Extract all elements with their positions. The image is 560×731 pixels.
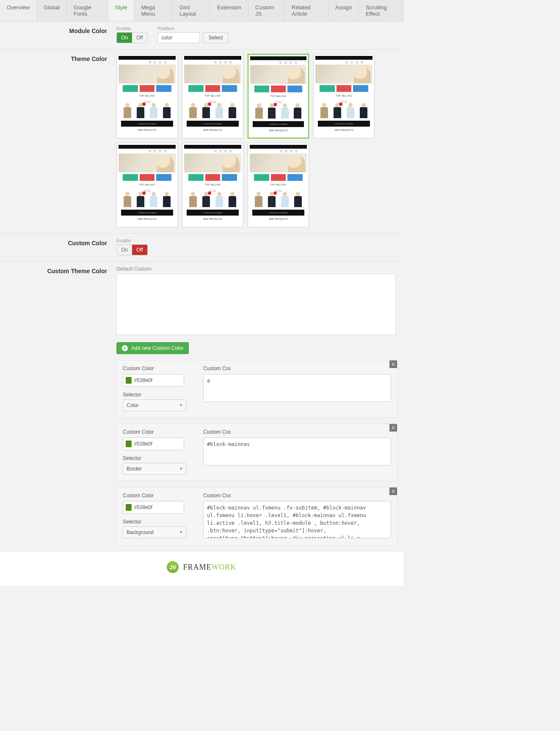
selector-dropdown[interactable]: Border (123, 463, 186, 475)
toggle-off[interactable]: Off (132, 245, 147, 255)
add-custom-color-button[interactable]: + Add new Custom Color (116, 342, 189, 354)
section-module-color: Module Color Enable On Off Position Sele… (0, 22, 403, 50)
custom-color-row: XCustom ColorSelectorColorCustom Cssa (116, 360, 397, 418)
color-input[interactable] (123, 501, 184, 514)
add-button-label: Add new Custom Color (131, 345, 183, 351)
toggle-on[interactable]: On (117, 245, 132, 255)
position-input[interactable] (157, 32, 200, 43)
color-value-input[interactable] (134, 504, 181, 510)
section-custom-theme-color: Custom Theme Color Default Custom + Add … (0, 262, 403, 552)
selector-dropdown[interactable]: Color (123, 399, 186, 411)
tab-related-article[interactable]: Related Article (285, 0, 328, 21)
position-label: Position (157, 26, 228, 31)
default-custom-label: Default Custom (116, 266, 397, 272)
brand-badge: JV FRAMEWORK (167, 561, 236, 573)
close-icon[interactable]: X (389, 487, 397, 495)
tab-scrolling-effect[interactable]: Scrolling Effect (359, 0, 403, 21)
custom-color-toggle[interactable]: On Off (116, 244, 148, 255)
enable-label: Enable (116, 238, 397, 243)
module-color-toggle[interactable]: On Off (116, 32, 148, 43)
selector-label: Selector (123, 392, 190, 398)
color-input[interactable] (123, 374, 184, 387)
custom-color-label: Custom Color (123, 429, 190, 435)
custom-css-textarea[interactable]: #block-mainnav ul.fxmenu .fx-subitem, #b… (203, 501, 391, 538)
brand-text: FRAMEWORK (183, 563, 236, 572)
custom-css-textarea[interactable]: a (203, 374, 391, 402)
theme-thumb[interactable]: TOP SELLINGLOOKBOOK WOMENNEW PRODUCTS (182, 54, 243, 138)
section-theme-color: Theme Color TOP SELLINGLOOKBOOK WOMENNEW… (0, 50, 403, 234)
selector-label: Selector (123, 519, 190, 525)
theme-thumb[interactable]: TOP SELLINGLOOKBOOK WOMENNEW PRODUCTS (248, 54, 309, 138)
section-label: Custom Color (0, 234, 116, 261)
custom-color-row: XCustom ColorSelectorBorderCustom Css#bl… (116, 424, 397, 481)
color-value-input[interactable] (134, 441, 181, 447)
tab-overview[interactable]: Overview (0, 0, 37, 21)
tab-global[interactable]: Global (37, 0, 67, 21)
default-custom-textarea[interactable] (116, 274, 396, 335)
position-select-button[interactable]: Select (203, 32, 228, 43)
color-swatch-icon (126, 440, 132, 447)
section-label: Module Color (0, 22, 116, 49)
tab-mega-menu[interactable]: Mega Menu (135, 0, 173, 21)
selector-label: Selector (123, 455, 190, 461)
color-swatch-icon (126, 504, 132, 511)
color-swatch-icon (126, 377, 132, 384)
custom-css-label: Custom Css (203, 366, 391, 371)
theme-thumb[interactable]: TOP SELLINGLOOKBOOK WOMENNEW PRODUCTS (116, 54, 178, 138)
theme-thumbnails: TOP SELLINGLOOKBOOK WOMENNEW PRODUCTSTOP… (116, 54, 397, 227)
custom-color-label: Custom Color (123, 366, 190, 371)
custom-color-row: XCustom ColorSelectorBackgroundCustom Cs… (116, 487, 397, 546)
selector-dropdown[interactable]: Background (123, 526, 186, 538)
tab-custom-js[interactable]: Custom JS (248, 0, 285, 21)
custom-color-label: Custom Color (123, 493, 190, 498)
close-icon[interactable]: X (389, 360, 397, 368)
theme-thumb[interactable]: TOP SELLINGLOOKBOOK WOMENNEW PRODUCTS (182, 143, 243, 227)
theme-thumb[interactable]: TOP SELLINGLOOKBOOK WOMENNEW PRODUCTS (313, 54, 375, 138)
color-value-input[interactable] (134, 377, 181, 383)
footer: JV FRAMEWORK (0, 552, 403, 586)
close-icon[interactable]: X (389, 424, 397, 432)
tab-extension[interactable]: Extension (210, 0, 248, 21)
section-custom-color: Custom Color Enable On Off (0, 234, 403, 262)
enable-label: Enable (116, 26, 148, 31)
section-label: Custom Theme Color (0, 262, 116, 552)
tab-bar: Overview Global Google Fonts Style Mega … (0, 0, 403, 22)
toggle-off[interactable]: Off (132, 33, 147, 43)
tab-grid-layout[interactable]: Gird Layout (173, 0, 210, 21)
tab-google-fonts[interactable]: Google Fonts (67, 0, 108, 21)
theme-thumb[interactable]: TOP SELLINGLOOKBOOK WOMENNEW PRODUCTS (248, 143, 309, 227)
toggle-on[interactable]: On (117, 33, 132, 43)
section-label: Theme Color (0, 50, 116, 233)
custom-css-label: Custom Css (203, 493, 391, 498)
theme-thumb[interactable]: TOP SELLINGLOOKBOOK WOMENNEW PRODUCTS (116, 143, 178, 227)
tab-assign[interactable]: Assign (328, 0, 359, 21)
color-input[interactable] (123, 437, 184, 450)
tab-style[interactable]: Style (108, 0, 135, 21)
jv-logo-icon: JV (167, 561, 179, 573)
plus-icon: + (122, 345, 128, 351)
custom-css-label: Custom Css (203, 429, 391, 435)
custom-css-textarea[interactable]: #block-mainnav (203, 437, 391, 465)
